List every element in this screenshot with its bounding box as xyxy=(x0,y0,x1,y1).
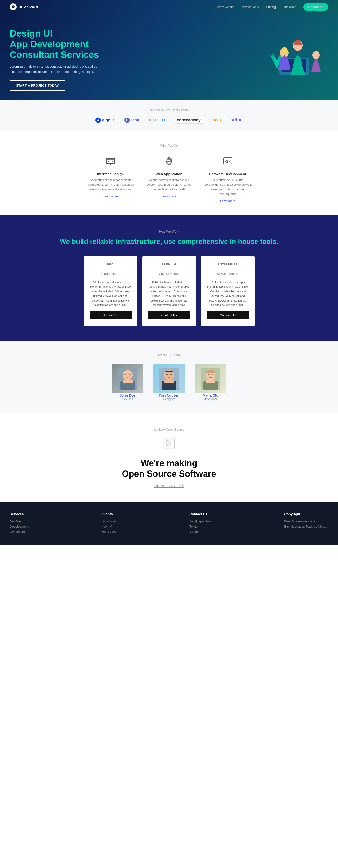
service-web: Web Application Neque porro quisquam est… xyxy=(145,155,194,203)
svg-rect-22 xyxy=(123,379,133,383)
clients-subtitle: Trusted By The Best Clients xyxy=(10,108,328,112)
service-software: Software Development Quis autem vel eum … xyxy=(203,155,252,203)
footer-link-consultant[interactable]: Consultant xyxy=(10,530,29,533)
service-interface: Interface Design Excepteur sint occaecat… xyxy=(86,155,135,203)
footer-link-github[interactable]: Github xyxy=(190,530,211,533)
interface-title: Interface Design xyxy=(86,172,135,176)
pricing-enterprise: ENTERPRISE $15000/ month 10 billable hou… xyxy=(201,256,255,326)
algolia-label: algolia xyxy=(102,118,115,122)
nav-link-pricing[interactable]: Pricing xyxy=(266,5,276,9)
team-grid: John Doe DevOps Tinh Nguyen Designer xyxy=(10,364,328,401)
algolia-icon: a xyxy=(95,118,101,123)
pro-contact-button[interactable]: Contact Us xyxy=(90,311,132,319)
footer-link-noiy[interactable]: Noiy IM xyxy=(101,525,116,528)
pricing-premium: PREMIUM $5000/ month 10 billable hours i… xyxy=(142,256,196,326)
download-button[interactable]: Download xyxy=(303,3,328,11)
premium-contact-button[interactable]: Contact Us xyxy=(148,311,190,319)
nav-links: What we do How we work Pricing Our Team … xyxy=(217,3,328,11)
team-member-tinh: Tinh Nguyen Designer xyxy=(153,364,185,401)
pro-desc: 10 billable hours included per month. Bi… xyxy=(90,280,132,307)
software-icon xyxy=(203,155,252,169)
footer-link-illustration[interactable]: Buy Illustration Pack by Nimart! xyxy=(284,525,328,528)
software-title: Software Development xyxy=(203,172,252,176)
footer-contact-heading: Contact Us xyxy=(190,512,211,516)
os-github-link: Follow us on Github xyxy=(10,484,328,488)
nav-link-how[interactable]: How we work xyxy=(240,5,259,9)
footer-link-lapaninja[interactable]: Lapa Ninja xyxy=(101,520,116,523)
hugo-u: U xyxy=(153,118,156,122)
web-learn-more[interactable]: Learn more xyxy=(162,195,176,198)
logo-icon xyxy=(10,3,16,10)
footer-copyright: Copyright Free Streamline Icons Buy Illu… xyxy=(284,512,328,535)
svg-point-23 xyxy=(125,374,126,375)
pricing-cards: PRO $2500/ month 10 billable hours inclu… xyxy=(10,256,328,326)
interface-learn-more[interactable]: Learn more xyxy=(103,195,118,198)
footer-copyright-heading: Copyright xyxy=(284,512,328,516)
svg-point-30 xyxy=(170,374,172,375)
team-label: Meet Our Team xyxy=(10,353,328,357)
what-label: What We Do xyxy=(10,144,328,147)
clients-logos: a algolia L lapa H U G O codecademy aws … xyxy=(10,117,328,124)
footer-services: Services DevOps Development Consultant xyxy=(10,512,29,535)
footer-link-email[interactable]: tinh@lapa.ninja xyxy=(190,520,211,523)
footer-clients: Clients Lapa Ninja Noiy IM Yeo Space xyxy=(101,512,116,535)
logo-text: DEV SPACE xyxy=(19,5,39,9)
lapa-label: lapa xyxy=(131,118,139,122)
client-stripe: stripe xyxy=(231,118,243,123)
johndoe-photo xyxy=(112,364,143,394)
footer-link-icons[interactable]: Free Streamline Icons xyxy=(284,520,328,523)
lapa-icon: L xyxy=(125,118,130,123)
footer-link-devops[interactable]: DevOps xyxy=(10,520,29,523)
client-codecademy: codecademy xyxy=(175,117,203,124)
hero-section: Design UI App Development Consultant Ser… xyxy=(0,14,338,100)
pro-price: $2500/ month xyxy=(90,269,132,277)
footer: Services DevOps Development Consultant C… xyxy=(0,502,338,545)
open-source-icon xyxy=(10,436,328,453)
nav-link-what[interactable]: What we do xyxy=(217,5,234,9)
how-title: We build reliable infrastructure, use co… xyxy=(10,237,328,246)
how-we-work-section: How We Work We build reliable infrastruc… xyxy=(0,215,338,341)
stripe-label: stripe xyxy=(231,118,243,123)
svg-rect-37 xyxy=(164,438,174,449)
services-grid: Interface Design Excepteur sint occaecat… xyxy=(10,155,328,203)
maria-name: Maria Oto xyxy=(195,394,227,397)
maria-photo xyxy=(195,364,227,394)
footer-link-yeospace[interactable]: Yeo Space xyxy=(101,530,116,533)
hero-description: Lorem ipsum dolor sit amet, consectetur … xyxy=(10,64,107,74)
svg-point-29 xyxy=(166,374,168,375)
interface-desc: Excepteur sint occaecat cupidatat non pr… xyxy=(86,178,135,192)
github-link[interactable]: Follow us on Github xyxy=(154,484,184,488)
clients-section: Trusted By The Best Clients a algolia L … xyxy=(0,100,338,131)
premium-label: PREMIUM xyxy=(148,263,190,266)
hero-cta-button[interactable]: START A PROJECT TODAY xyxy=(10,81,65,91)
web-desc: Neque porro quisquam est, qui dolorem ip… xyxy=(145,178,194,192)
nav-link-team[interactable]: Our Team xyxy=(282,5,297,9)
codecademy-label: codecademy xyxy=(177,118,201,122)
web-title: Web Application xyxy=(145,172,194,176)
team-section: Meet Our Team John Doe DevOps xyxy=(0,341,338,413)
footer-link-development[interactable]: Development xyxy=(10,525,29,528)
hero-title: Design UI App Development Consultant Ser… xyxy=(10,28,107,60)
open-source-section: We love Open Source We're making Open So… xyxy=(0,413,338,502)
svg-rect-34 xyxy=(206,379,215,383)
hero-content: Design UI App Development Consultant Ser… xyxy=(10,28,107,91)
hugo-g: G xyxy=(158,118,160,122)
svg-point-10 xyxy=(108,159,109,159)
johndoe-role: DevOps xyxy=(112,397,143,401)
pro-label: PRO xyxy=(90,263,132,266)
footer-services-heading: Services xyxy=(10,512,29,516)
logo[interactable]: DEV SPACE xyxy=(10,3,39,10)
premium-desc: 10 billable hours included per month. Bi… xyxy=(148,280,190,307)
enterprise-contact-button[interactable]: Contact Us xyxy=(207,311,249,319)
software-learn-more[interactable]: Learn more xyxy=(220,199,235,203)
hero-illustration xyxy=(255,21,324,75)
svg-point-6 xyxy=(312,51,320,59)
interface-icon xyxy=(86,155,135,169)
svg-point-35 xyxy=(208,374,210,375)
hugo-h: H xyxy=(149,118,152,122)
maria-role: Developer xyxy=(195,397,227,401)
footer-link-twitter[interactable]: Twitter xyxy=(190,525,211,528)
svg-point-20 xyxy=(123,370,133,380)
web-icon xyxy=(145,155,194,169)
svg-point-36 xyxy=(211,374,213,375)
